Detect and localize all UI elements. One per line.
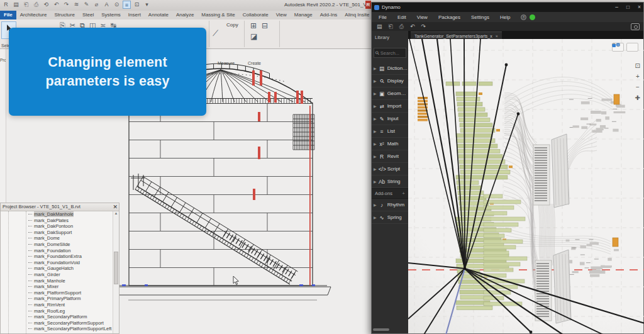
open-icon[interactable]: ⎗ bbox=[389, 23, 393, 30]
create-assembly-icon[interactable]: ⊟ bbox=[262, 21, 268, 30]
thin-lines-icon[interactable]: ⊡ bbox=[133, 1, 141, 9]
family-type-item[interactable]: mark_Dome bbox=[1, 235, 113, 242]
menu-item[interactable]: Help bbox=[500, 14, 510, 20]
library-category-row[interactable]: ▶ ≡ List bbox=[372, 125, 408, 138]
dynamo-titlebar[interactable]: Dynamo – □ × bbox=[372, 3, 643, 12]
menu-item[interactable]: Edit bbox=[397, 14, 406, 20]
redo-icon[interactable]: ↷ bbox=[62, 1, 70, 9]
family-type-item[interactable]: mark_DakManhole bbox=[1, 211, 113, 218]
ribbon-tab[interactable]: Structure bbox=[50, 11, 78, 19]
family-type-item[interactable]: mark_Foundation bbox=[1, 248, 113, 254]
measure-tool-icon[interactable]: ⟋ bbox=[213, 28, 218, 38]
family-type-item[interactable]: mark_PrimaryPlatform bbox=[1, 296, 113, 302]
ribbon-tab[interactable]: Alinq Insite bbox=[341, 11, 373, 19]
family-type-item[interactable]: mark_GaugeHatch bbox=[1, 265, 113, 272]
ribbon-tab[interactable]: Steel bbox=[79, 11, 97, 19]
family-type-item[interactable]: mark_RoofLeg bbox=[1, 308, 113, 315]
library-category-row[interactable]: ▶ ✎ Input bbox=[372, 113, 408, 125]
ribbon-tab[interactable]: Massing & Site bbox=[197, 11, 238, 19]
redo-icon[interactable]: ↷ bbox=[421, 23, 426, 30]
export-image-camera-icon[interactable] bbox=[631, 23, 640, 30]
qat-more-icon[interactable]: ▾ bbox=[143, 1, 151, 9]
project-browser-header[interactable]: Project Browser - VTE_501_V1_B.rvt ✕ bbox=[1, 203, 119, 211]
family-type-item[interactable]: mark_Manhole bbox=[1, 278, 113, 284]
family-type-item[interactable]: mark_FoundationExtra bbox=[1, 253, 113, 260]
family-type-item[interactable]: mark_FoundationVoid bbox=[1, 260, 113, 266]
family-type-item[interactable]: mark_Girder bbox=[1, 272, 113, 278]
library-category-row[interactable]: ▶ </> Script bbox=[372, 163, 408, 175]
family-type-item[interactable]: mark_RimVent bbox=[1, 302, 113, 308]
library-package-row[interactable]: ▶ ♪ Rhythm bbox=[372, 199, 408, 211]
ribbon-tab[interactable]: Collaborate bbox=[239, 11, 272, 19]
geometry-preview-toggle[interactable] bbox=[626, 43, 638, 52]
library-category-row[interactable]: ▶ ▤ Dictionary bbox=[372, 62, 408, 75]
scroll-up-icon[interactable]: ▲ bbox=[113, 211, 119, 215]
print-icon[interactable]: ≋ bbox=[72, 1, 80, 9]
undo-icon[interactable]: ↶ bbox=[52, 1, 60, 9]
notifications-icon[interactable]: ! bbox=[521, 14, 526, 20]
library-category-row[interactable]: ▶ ▣ Geometry bbox=[372, 87, 408, 100]
addons-section-header[interactable]: Add-ons + bbox=[372, 188, 408, 199]
ribbon-tab[interactable]: Add-Ins bbox=[316, 11, 341, 19]
ribbon-tab[interactable]: Insert bbox=[125, 11, 145, 19]
ribbon-tab[interactable]: File bbox=[0, 11, 16, 19]
family-type-item[interactable]: mark_DomeSlide bbox=[1, 242, 113, 248]
revit-logo-icon[interactable]: R bbox=[2, 1, 10, 9]
project-browser-scrollbar[interactable]: ▲ bbox=[113, 211, 119, 333]
family-type-item[interactable]: mark_SecondaryPlatformSupport bbox=[1, 320, 113, 326]
menu-item[interactable]: Packages bbox=[438, 14, 460, 20]
ribbon-tab[interactable]: Analyze bbox=[172, 11, 197, 19]
save-icon[interactable]: ⎙ bbox=[32, 1, 40, 9]
zoom-fit-icon[interactable]: ⊡ bbox=[635, 63, 640, 69]
create-parts-icon[interactable]: ◪ bbox=[250, 32, 257, 41]
new-file-icon[interactable]: ▤ bbox=[12, 1, 20, 9]
menu-item[interactable]: View bbox=[417, 14, 428, 20]
ribbon-tab[interactable]: Systems bbox=[97, 11, 125, 19]
add-package-icon[interactable]: + bbox=[402, 191, 405, 196]
family-type-item[interactable]: mark_Mixer bbox=[1, 284, 113, 290]
sync-icon[interactable]: ⟲ bbox=[42, 1, 50, 9]
aligned-dimension-icon[interactable]: ⌀ bbox=[92, 1, 101, 9]
library-search[interactable]: ⚲ bbox=[374, 48, 406, 58]
ribbon-tab[interactable]: Architecture bbox=[16, 11, 51, 19]
close-button[interactable]: × bbox=[638, 3, 641, 12]
measure-icon[interactable]: ✎ bbox=[82, 1, 91, 9]
family-type-item[interactable]: mark_SecondaryPlatformSupportRight bbox=[1, 332, 113, 333]
ribbon-tab[interactable]: Annotate bbox=[145, 11, 172, 19]
close-tab-icon[interactable]: × bbox=[496, 34, 498, 38]
library-category-row[interactable]: ▶ Ab String bbox=[372, 175, 408, 188]
scrollbar-thumb[interactable] bbox=[114, 252, 118, 284]
save-icon[interactable]: ⎙ bbox=[399, 23, 404, 30]
copy-tool-label[interactable]: Copy bbox=[226, 22, 238, 28]
library-category-row[interactable]: ▶ R Revit bbox=[372, 150, 408, 163]
create-group-icon[interactable]: ⊞ bbox=[250, 21, 257, 30]
menu-item[interactable]: File bbox=[379, 14, 387, 20]
maximize-button[interactable]: □ bbox=[626, 3, 630, 12]
family-type-item[interactable]: mark_SecondaryPlatform bbox=[1, 314, 113, 320]
close-icon[interactable]: ✕ bbox=[113, 203, 118, 211]
library-scrollbar[interactable] bbox=[373, 328, 389, 331]
library-package-row[interactable]: ▶ ∿ Spring bbox=[372, 211, 408, 224]
properties-panel-collapsed[interactable]: Properties bbox=[0, 49, 6, 203]
section-icon[interactable]: ≡ bbox=[123, 1, 131, 9]
family-type-item[interactable]: mark_DakPlates bbox=[1, 218, 113, 224]
undo-icon[interactable]: ↶ bbox=[410, 23, 415, 30]
family-type-item[interactable]: mark_PlatformSupport bbox=[1, 290, 113, 296]
3d-view-icon[interactable]: ⊙ bbox=[113, 1, 121, 9]
ribbon-tab[interactable]: View bbox=[272, 11, 291, 19]
library-category-row[interactable]: ▶ ⚲ Display bbox=[372, 75, 408, 87]
library-category-row[interactable]: ▶ x² Math bbox=[372, 138, 408, 150]
zoom-in-icon[interactable]: + bbox=[635, 74, 640, 80]
dynamo-graph-canvas[interactable]: ⊡ + − ✚ bbox=[408, 39, 643, 333]
family-type-item[interactable]: mark_DakSupport bbox=[1, 230, 113, 236]
search-input[interactable] bbox=[380, 50, 404, 56]
library-category-row[interactable]: ▶ ⇄ Import bbox=[372, 100, 408, 113]
zoom-out-icon[interactable]: − bbox=[635, 84, 640, 91]
minimize-button[interactable]: – bbox=[615, 3, 618, 12]
new-file-icon[interactable]: ▤ bbox=[377, 23, 382, 30]
text-icon[interactable]: A bbox=[103, 1, 111, 9]
ribbon-tab[interactable]: Manage bbox=[291, 11, 316, 19]
menu-item[interactable]: Settings bbox=[471, 14, 489, 20]
pan-icon[interactable]: ✚ bbox=[635, 95, 640, 101]
family-type-item[interactable]: mark_DakPontoon bbox=[1, 223, 113, 230]
